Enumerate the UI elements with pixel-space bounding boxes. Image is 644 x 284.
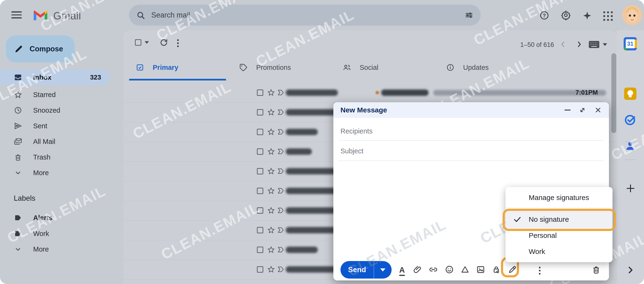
importance-marker-icon[interactable] bbox=[276, 246, 284, 254]
get-add-ons-plus-icon[interactable] bbox=[625, 183, 636, 194]
row-checkbox[interactable] bbox=[257, 227, 263, 233]
row-checkbox[interactable] bbox=[257, 148, 263, 155]
sidebar-item-snoozed[interactable]: Snoozed bbox=[0, 102, 110, 118]
sidebar-item-starred[interactable]: Starred bbox=[0, 87, 110, 102]
importance-marker-icon[interactable] bbox=[276, 187, 284, 195]
gemini-sparkle-icon[interactable] bbox=[582, 11, 592, 20]
sidebar-item-label: Trash bbox=[33, 153, 50, 161]
tab-social[interactable]: Social bbox=[336, 54, 440, 80]
svg-text:?: ? bbox=[543, 12, 546, 18]
row-checkbox[interactable] bbox=[257, 168, 263, 174]
row-checkbox[interactable] bbox=[257, 207, 263, 214]
email-row[interactable]: 7:01PM bbox=[123, 83, 617, 103]
importance-marker-icon[interactable] bbox=[276, 206, 284, 214]
avatar[interactable] bbox=[622, 5, 642, 25]
star-icon[interactable] bbox=[267, 206, 275, 214]
discard-draft-trash-icon[interactable] bbox=[592, 265, 601, 274]
insert-from-drive-icon[interactable] bbox=[460, 265, 470, 274]
star-icon[interactable] bbox=[267, 265, 275, 273]
main-menu-icon[interactable] bbox=[11, 10, 22, 20]
star-icon[interactable] bbox=[267, 246, 275, 254]
sidebar-labels-more[interactable]: More bbox=[0, 242, 110, 257]
list-scrollbar[interactable] bbox=[611, 53, 616, 133]
close-icon[interactable] bbox=[594, 106, 602, 114]
tab-label: Primary bbox=[153, 64, 178, 72]
keep-icon[interactable] bbox=[624, 88, 636, 100]
sidebar-label-work[interactable]: Work bbox=[0, 226, 110, 242]
google-apps-grid-icon[interactable] bbox=[603, 11, 613, 21]
select-dropdown-caret-icon[interactable] bbox=[145, 41, 149, 44]
help-icon[interactable]: ? bbox=[539, 10, 549, 20]
more-options-icon[interactable] bbox=[177, 38, 179, 48]
select-all-checkbox[interactable] bbox=[135, 39, 149, 46]
row-time: 7:01PM bbox=[575, 89, 598, 96]
sidebar-label-alerts[interactable]: Alerts bbox=[0, 210, 110, 226]
importance-marker-icon[interactable] bbox=[276, 167, 284, 175]
importance-marker-icon[interactable] bbox=[276, 226, 284, 234]
label-tag-icon bbox=[14, 229, 22, 238]
confidential-mode-lock-icon[interactable] bbox=[492, 265, 501, 274]
star-icon[interactable] bbox=[267, 88, 275, 96]
star-icon[interactable] bbox=[267, 148, 275, 156]
sidebar-item-label: Alerts bbox=[33, 214, 52, 222]
star-icon[interactable] bbox=[267, 167, 275, 175]
importance-marker-icon[interactable] bbox=[276, 265, 284, 273]
trash-icon bbox=[14, 153, 22, 162]
formatting-options-icon[interactable]: A bbox=[399, 266, 405, 276]
minimize-icon[interactable] bbox=[564, 110, 570, 110]
newer-page-icon[interactable] bbox=[558, 40, 567, 49]
star-icon[interactable] bbox=[267, 187, 275, 195]
calendar-icon[interactable]: 31 bbox=[624, 37, 637, 50]
tab-updates[interactable]: Updates bbox=[440, 54, 543, 80]
row-checkbox[interactable] bbox=[257, 246, 263, 253]
input-tools-keyboard-icon[interactable] bbox=[588, 41, 607, 48]
sidebar-item-all-mail[interactable]: All Mail bbox=[0, 134, 110, 149]
sender-redacted bbox=[286, 90, 338, 96]
sidebar-item-inbox[interactable]: Inbox 323 bbox=[0, 70, 110, 85]
refresh-icon[interactable] bbox=[159, 38, 168, 47]
insert-link-icon[interactable] bbox=[428, 265, 438, 274]
field-divider bbox=[338, 140, 603, 140]
sidebar-item-trash[interactable]: Trash bbox=[0, 149, 110, 165]
row-checkbox[interactable] bbox=[257, 129, 263, 135]
settings-gear-icon[interactable] bbox=[561, 10, 571, 20]
compose-header[interactable]: New Message bbox=[333, 102, 609, 118]
tab-primary[interactable]: Primary bbox=[129, 54, 232, 80]
star-icon[interactable] bbox=[267, 226, 275, 234]
search-options-icon[interactable] bbox=[464, 11, 474, 20]
row-checkbox[interactable] bbox=[257, 266, 263, 273]
tasks-icon[interactable] bbox=[624, 113, 637, 126]
menu-item-manage-signatures[interactable]: Manage signatures bbox=[506, 190, 612, 206]
send-button[interactable]: Send bbox=[340, 261, 392, 278]
send-options-caret-icon[interactable] bbox=[374, 268, 392, 272]
compose-button[interactable]: Compose bbox=[6, 36, 74, 62]
row-checkbox[interactable] bbox=[257, 188, 263, 194]
importance-marker-icon[interactable] bbox=[276, 128, 284, 136]
show-side-panel-chevron-icon[interactable] bbox=[625, 265, 635, 275]
importance-marker-icon[interactable] bbox=[276, 88, 284, 96]
search-bar[interactable]: Search mail bbox=[129, 5, 481, 26]
more-send-options-icon[interactable] bbox=[539, 265, 540, 276]
gmail-app: Gmail Search mail ? bbox=[0, 0, 644, 284]
insert-photo-icon[interactable] bbox=[476, 265, 485, 274]
updates-info-icon bbox=[446, 63, 454, 72]
row-checkbox[interactable] bbox=[257, 109, 263, 116]
tab-promotions[interactable]: Promotions bbox=[232, 54, 336, 80]
star-icon[interactable] bbox=[267, 128, 275, 136]
importance-marker-icon[interactable] bbox=[276, 148, 284, 156]
attach-file-icon[interactable] bbox=[413, 265, 422, 274]
pop-out-icon[interactable] bbox=[579, 106, 586, 114]
star-icon[interactable] bbox=[267, 108, 275, 116]
subject-field[interactable]: Subject bbox=[340, 147, 364, 155]
sidebar-item-sent[interactable]: Sent bbox=[0, 118, 110, 134]
sidebar-item-more[interactable]: More bbox=[0, 165, 110, 180]
importance-marker-icon[interactable] bbox=[276, 108, 284, 116]
recipients-field[interactable]: Recipients bbox=[340, 127, 372, 135]
row-checkbox[interactable] bbox=[257, 90, 263, 96]
insert-emoji-icon[interactable] bbox=[445, 265, 454, 274]
search-input[interactable]: Search mail bbox=[151, 11, 464, 20]
sidebar-item-label: Starred bbox=[33, 91, 56, 99]
menu-item-work[interactable]: Work bbox=[506, 244, 612, 260]
send-label: Send bbox=[340, 266, 374, 274]
older-page-icon[interactable] bbox=[575, 40, 584, 49]
